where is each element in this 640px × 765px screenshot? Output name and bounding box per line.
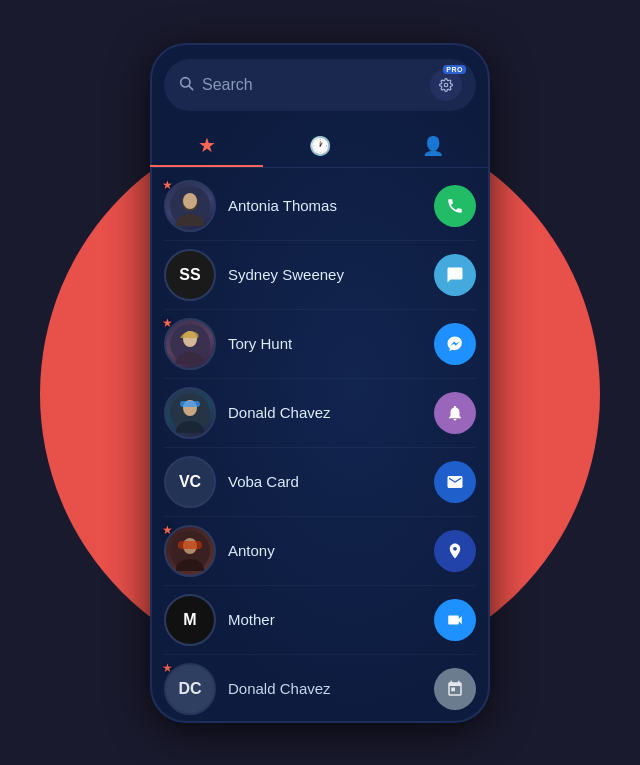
list-item: DC ★ Donald Chavez xyxy=(150,655,490,723)
call-button[interactable] xyxy=(434,185,476,227)
tab-recent[interactable]: 🕐 xyxy=(263,125,376,167)
tab-contacts[interactable]: 👤 xyxy=(377,125,490,167)
avatar-wrap: DC ★ xyxy=(164,663,216,715)
list-item: M Mother xyxy=(150,586,490,654)
favorite-star: ★ xyxy=(162,523,173,537)
contact-name: Mother xyxy=(228,611,422,628)
avatar-wrap xyxy=(164,387,216,439)
clock-icon: 🕐 xyxy=(309,135,331,157)
avatar-wrap: ★ xyxy=(164,180,216,232)
avatar-wrap: ★ xyxy=(164,318,216,370)
avatar-wrap: M xyxy=(164,594,216,646)
favorite-star: ★ xyxy=(162,661,173,675)
favorite-star: ★ xyxy=(162,316,173,330)
notification-button[interactable] xyxy=(434,392,476,434)
maps-button[interactable] xyxy=(434,530,476,572)
avatar-wrap: SS xyxy=(164,249,216,301)
pro-badge: PRO xyxy=(443,65,466,74)
svg-rect-17 xyxy=(178,541,202,549)
avatar-wrap: VC xyxy=(164,456,216,508)
message-button[interactable] xyxy=(434,254,476,296)
star-icon: ★ xyxy=(198,133,216,157)
contact-name: Donald Chavez xyxy=(228,680,422,697)
avatar: VC xyxy=(164,456,216,508)
contact-name: Antony xyxy=(228,542,422,559)
contact-name: Antonia Thomas xyxy=(228,197,422,214)
settings-button[interactable]: PRO xyxy=(430,69,462,101)
email-button[interactable] xyxy=(434,461,476,503)
list-item: ★ Antony xyxy=(150,517,490,585)
calendar-button[interactable] xyxy=(434,668,476,710)
contact-name: Voba Card xyxy=(228,473,422,490)
contact-name: Tory Hunt xyxy=(228,335,422,352)
svg-rect-13 xyxy=(180,401,200,407)
phone-shell: Search PRO ★ 🕐 👤 xyxy=(150,43,490,723)
avatar: M xyxy=(164,594,216,646)
list-item: Donald Chavez xyxy=(150,379,490,447)
search-bar: Search PRO xyxy=(164,59,476,111)
contact-name: Donald Chavez xyxy=(228,404,422,421)
person-icon: 👤 xyxy=(422,135,444,157)
search-icon xyxy=(178,75,194,94)
svg-point-2 xyxy=(444,83,448,87)
list-item: VC Voba Card xyxy=(150,448,490,516)
list-item: SS Sydney Sweeney xyxy=(150,241,490,309)
video-button[interactable] xyxy=(434,599,476,641)
avatar: SS xyxy=(164,249,216,301)
contact-list: ★ Antonia Thomas SS Sydney Sweeney xyxy=(150,168,490,723)
favorite-star: ★ xyxy=(162,178,173,192)
svg-point-6 xyxy=(183,193,197,209)
tabs: ★ 🕐 👤 xyxy=(150,125,490,168)
svg-line-1 xyxy=(189,86,193,90)
search-placeholder[interactable]: Search xyxy=(202,76,422,94)
list-item: ★ Antonia Thomas xyxy=(150,172,490,240)
list-item: ★ Tory Hunt xyxy=(150,310,490,378)
contact-name: Sydney Sweeney xyxy=(228,266,422,283)
avatar xyxy=(164,387,216,439)
tab-favorites[interactable]: ★ xyxy=(150,125,263,167)
messenger-button[interactable] xyxy=(434,323,476,365)
avatar-wrap: ★ xyxy=(164,525,216,577)
